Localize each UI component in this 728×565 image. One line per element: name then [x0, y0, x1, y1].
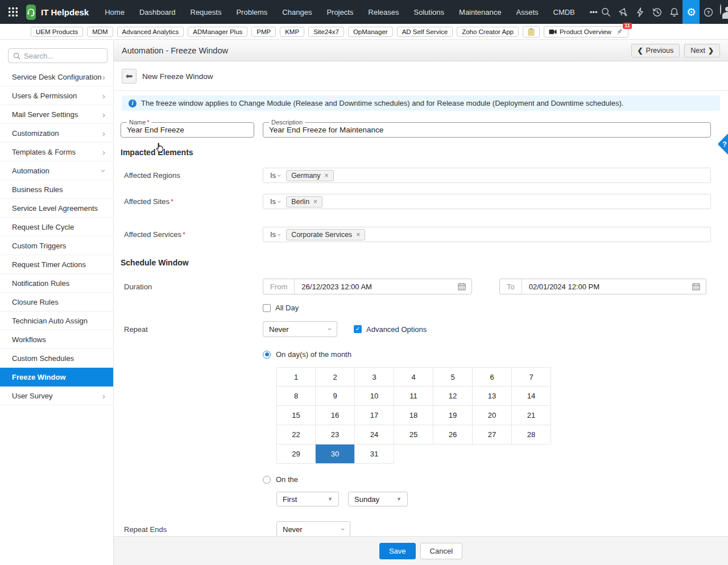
advanced-options-checkbox[interactable]: ✓ — [354, 325, 362, 333]
calendar-day-5[interactable]: 5 — [433, 367, 473, 387]
product-overview-bookmark[interactable]: Product Overview 11 — [544, 26, 628, 38]
save-button[interactable]: Save — [379, 543, 416, 559]
settings-gear-icon[interactable]: ⚙ — [682, 0, 700, 24]
sidebar-item-service-level-agreements[interactable]: Service Level Agreements — [0, 199, 113, 218]
calendar-day-16[interactable]: 16 — [316, 406, 355, 425]
sidebar-item-request-life-cycle[interactable]: Request Life Cycle — [0, 218, 113, 236]
all-day-checkbox[interactable] — [263, 304, 271, 312]
calendar-day-29[interactable]: 29 — [276, 444, 316, 464]
help-icon[interactable]: ? — [700, 0, 717, 24]
back-button[interactable]: ⬅ — [122, 69, 136, 84]
calendar-day-3[interactable]: 3 — [355, 367, 394, 387]
description-input[interactable] — [263, 123, 710, 137]
nav-item-home[interactable]: Home — [105, 8, 125, 16]
sidebar-item-notification-rules[interactable]: Notification Rules — [0, 274, 113, 293]
notifications-icon[interactable] — [665, 0, 682, 24]
calendar-day-9[interactable]: 9 — [316, 387, 355, 406]
remove-chip-icon[interactable]: × — [356, 231, 360, 238]
repeat-select[interactable]: Never › — [263, 321, 337, 337]
bookmark-opmanager[interactable]: OpManager — [348, 27, 393, 37]
nav-item-dashboard[interactable]: Dashboard — [139, 8, 176, 16]
next-button[interactable]: Next❯ — [684, 44, 720, 57]
remove-chip-icon[interactable]: × — [313, 198, 317, 205]
calendar-day-4[interactable]: 4 — [394, 367, 433, 387]
bookmark-admanager-plus[interactable]: ADManager Plus — [188, 27, 247, 37]
sidebar-item-automation[interactable]: Automation› — [0, 161, 113, 180]
sidebar-item-service-desk-configuration[interactable]: Service Desk Configuration› — [0, 68, 113, 86]
calendar-day-20[interactable]: 20 — [473, 406, 512, 425]
search-icon[interactable] — [597, 0, 614, 24]
calendar-icon[interactable] — [457, 282, 466, 291]
nav-item-maintenance[interactable]: Maintenance — [459, 8, 501, 16]
calendar-day-27[interactable]: 27 — [473, 425, 512, 444]
calendar-day-31[interactable]: 31 — [355, 444, 394, 464]
bookmark-pmp[interactable]: PMP — [251, 27, 276, 37]
nav-item-requests[interactable]: Requests — [191, 8, 222, 16]
sidebar-item-workflows[interactable]: Workflows — [0, 330, 113, 349]
affected-regions-input[interactable]: Is›Germany× — [263, 168, 711, 183]
calendar-day-26[interactable]: 26 — [433, 425, 473, 444]
nav-item-changes[interactable]: Changes — [282, 8, 312, 16]
condition-operator-select[interactable]: Is› — [270, 230, 280, 239]
calendar-day-14[interactable]: 14 — [512, 387, 551, 406]
calendar-day-30[interactable]: 30 — [316, 444, 355, 464]
from-datetime-field[interactable]: From 26/12/2023 12:00 AM — [263, 279, 472, 294]
from-value[interactable]: 26/12/2023 12:00 AM — [295, 282, 457, 291]
calendar-day-24[interactable]: 24 — [355, 425, 394, 444]
bookmark-mdm[interactable]: MDM — [87, 27, 113, 37]
calendar-day-1[interactable]: 1 — [276, 367, 316, 387]
calendar-day-23[interactable]: 23 — [316, 425, 355, 444]
condition-operator-select[interactable]: Is› — [270, 171, 280, 180]
calendar-day-15[interactable]: 15 — [276, 406, 316, 425]
calendar-day-25[interactable]: 25 — [394, 425, 433, 444]
calendar-day-22[interactable]: 22 — [276, 425, 316, 444]
ordinal-select[interactable]: First ▼ — [276, 492, 339, 506]
sidebar-item-customization[interactable]: Customization› — [0, 124, 113, 143]
calendar-day-13[interactable]: 13 — [473, 387, 512, 406]
to-value[interactable]: 02/01/2024 12:00 PM — [522, 282, 692, 291]
previous-button[interactable]: ❮Previous — [631, 44, 680, 57]
calendar-day-21[interactable]: 21 — [512, 406, 551, 425]
history-icon[interactable] — [648, 0, 665, 24]
nav-item-more[interactable]: ••• — [590, 8, 598, 16]
sidebar-item-freeze-window[interactable]: Freeze Window — [0, 368, 113, 387]
user-avatar[interactable] — [720, 5, 728, 19]
app-launcher-icon[interactable] — [8, 6, 18, 18]
description-field[interactable]: Description — [263, 122, 711, 138]
affected-services-input[interactable]: Is›Corporate Services× — [263, 227, 711, 242]
calendar-day-18[interactable]: 18 — [394, 406, 433, 425]
sidebar-item-user-survey[interactable]: User Survey› — [0, 387, 113, 405]
calendar-day-12[interactable]: 12 — [433, 387, 473, 406]
nav-item-projects[interactable]: Projects — [326, 8, 353, 16]
condition-operator-select[interactable]: Is› — [270, 197, 280, 206]
sidebar-item-mail-server-settings[interactable]: Mail Server Settings› — [0, 105, 113, 124]
calendar-day-28[interactable]: 28 — [512, 425, 551, 444]
calendar-day-19[interactable]: 19 — [433, 406, 473, 425]
sidebar-item-custom-schedules[interactable]: Custom Schedules — [0, 349, 113, 368]
sidebar-item-request-timer-actions[interactable]: Request Timer Actions — [0, 255, 113, 274]
bookmark-site24x7[interactable]: Site24x7 — [308, 27, 344, 37]
calendar-day-17[interactable]: 17 — [355, 406, 394, 425]
bookmark-kmp[interactable]: KMP — [280, 27, 304, 37]
nav-item-cmdb[interactable]: CMDB — [553, 8, 575, 16]
search-input[interactable] — [24, 52, 98, 60]
calendar-day-6[interactable]: 6 — [473, 367, 512, 387]
bookmark-advanced-analytics[interactable]: Advanced Analytics — [117, 27, 184, 37]
nav-item-assets[interactable]: Assets — [516, 8, 539, 16]
cancel-button[interactable]: Cancel — [420, 543, 462, 559]
sidebar-item-business-rules[interactable]: Business Rules — [0, 180, 113, 199]
flash-icon[interactable] — [631, 0, 648, 24]
to-datetime-field[interactable]: To 02/01/2024 12:00 PM — [499, 279, 706, 294]
calendar-day-10[interactable]: 10 — [355, 387, 394, 406]
sidebar-item-technician-auto-assign[interactable]: Technician Auto Assign — [0, 311, 113, 330]
remove-chip-icon[interactable]: × — [325, 172, 329, 179]
sidebar-search[interactable] — [8, 48, 107, 63]
bookmark-ad-self-service[interactable]: AD Self Service — [397, 27, 453, 37]
announcement-icon[interactable] — [614, 0, 631, 24]
sidebar-item-closure-rules[interactable]: Closure Rules — [0, 293, 113, 311]
affected-sites-input[interactable]: Is›Berlin× — [263, 194, 711, 209]
weekday-select[interactable]: Sunday ▼ — [348, 492, 408, 506]
on-the-radio[interactable] — [263, 476, 271, 484]
calendar-day-7[interactable]: 7 — [512, 367, 551, 387]
name-field[interactable]: Name* — [121, 122, 254, 138]
